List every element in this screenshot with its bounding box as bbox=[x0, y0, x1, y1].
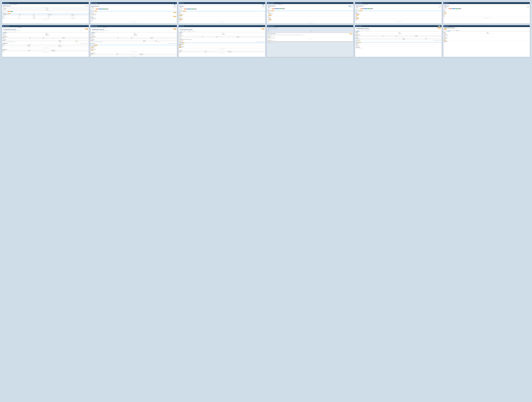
row-checkbox[interactable] bbox=[3, 18, 3, 19]
clear-4[interactable]: Clear all bbox=[271, 8, 272, 9]
file-link-b6[interactable]: CHW Certificates bbox=[445, 35, 448, 36]
c4-actions-2[interactable]: Actions ▼ bbox=[268, 19, 272, 20]
tab-cert-b5[interactable]: Certification Info bbox=[360, 30, 364, 31]
form-link-b2[interactable]: Certified Community Health Worker (CHW) … bbox=[91, 42, 103, 42]
emb-search-b1[interactable]: Search to Add bbox=[83, 43, 86, 44]
c6-act-1[interactable]: Actions ▼ bbox=[444, 13, 446, 14]
card-actions-2[interactable]: Actions ▼ bbox=[173, 16, 176, 17]
menu-icon-4[interactable]: ≡ bbox=[352, 3, 353, 4]
col-certnum[interactable]: CERTIFICATE NUMBER ↑ bbox=[47, 14, 71, 15]
bc5-2[interactable]: CHW Certif... bbox=[361, 4, 364, 5]
card4-check-2[interactable] bbox=[268, 17, 268, 17]
emb-fac-b2-1[interactable]: Medical center A bbox=[92, 46, 95, 46]
row-checkbox[interactable] bbox=[3, 17, 3, 17]
col-state[interactable]: STATE ↑ bbox=[33, 14, 47, 15]
clear-5[interactable]: Clear all bbox=[359, 8, 360, 9]
actions-btn-2[interactable]: Actions bbox=[95, 11, 97, 12]
icon-b5-1[interactable]: □ bbox=[438, 26, 439, 27]
cc-actions-1[interactable]: Actions ▼ bbox=[179, 15, 182, 16]
form-act-b6[interactable]: Actions ▼ bbox=[444, 40, 446, 41]
form-link-b1[interactable]: Certified Community Health Worker (CHW) … bbox=[3, 42, 15, 42]
menu-icon-b2[interactable]: ≡ bbox=[176, 26, 176, 27]
tab-prev-b3[interactable]: Previous Accreditation bbox=[187, 31, 192, 32]
card-actions-1[interactable]: Actions ▼ bbox=[173, 12, 176, 13]
bcb2-2[interactable]: CHW Certif... bbox=[97, 27, 99, 28]
menu-icon[interactable]: ≡ bbox=[88, 3, 88, 4]
card-cert-link-1[interactable]: 00482-20-A bbox=[95, 14, 96, 14]
c5-act-1[interactable]: Actions ▼ bbox=[356, 15, 359, 15]
row-firstname-link[interactable]: Ezekiel bbox=[4, 18, 5, 19]
det-act-btn-b5[interactable]: Actions ▼ bbox=[437, 27, 441, 28]
tag-certified[interactable]: Certified bbox=[10, 11, 13, 12]
icon-b[interactable]: B bbox=[175, 4, 176, 5]
emb-viewall-b1[interactable]: View All bbox=[87, 43, 88, 44]
tag-5-states[interactable]: All States bbox=[361, 8, 363, 9]
tag-3-states[interactable]: All States bbox=[184, 9, 187, 9]
clear-6[interactable]: Clear all bbox=[447, 8, 449, 9]
bc4-1[interactable]: Reporting & Submissions bbox=[268, 4, 272, 5]
tab-cert-b3[interactable]: Certification Info bbox=[183, 31, 187, 32]
tab-prev-b5[interactable]: Previous Accreditation bbox=[364, 30, 369, 31]
emb-view-b5[interactable]: View All bbox=[440, 40, 441, 41]
emb-create-b1[interactable]: Create Record bbox=[80, 43, 83, 44]
list-view-icon[interactable]: ☰ bbox=[87, 6, 88, 6]
emb-search-b5[interactable]: Search to Add bbox=[437, 40, 439, 41]
row-firstname-link[interactable]: Mae bbox=[4, 16, 5, 16]
list-icon-2[interactable]: ☰ bbox=[175, 6, 176, 7]
bcb3-1[interactable]: Reporting & S... bbox=[179, 27, 182, 28]
det-act-btn-b2[interactable]: Actions bbox=[173, 29, 176, 30]
emb-fac-b3-2[interactable]: Clinic B bbox=[180, 46, 181, 46]
menu-icon-b5[interactable]: ≡ bbox=[440, 26, 441, 27]
row-certnum-link[interactable]: R-1244 bbox=[48, 17, 49, 17]
bcb1-2[interactable]: CHW Certificant Model bbox=[8, 27, 13, 28]
cert-dropdown-b6[interactable]: Certification only ▼ bbox=[455, 30, 459, 31]
emb-create-b3[interactable]: Create Record bbox=[256, 42, 259, 42]
tag-date-2[interactable]: 12/31/2022 bbox=[105, 9, 108, 9]
emb-fac-b3-1[interactable]: Medical center A bbox=[180, 43, 183, 44]
c5-cert-1[interactable]: 00482-20-A bbox=[357, 13, 359, 14]
cc-actions-2[interactable]: Actions ▼ bbox=[179, 19, 182, 20]
icon-a[interactable]: A bbox=[174, 4, 175, 5]
emb-search-b3[interactable]: Search to Add bbox=[260, 42, 262, 42]
tag-5-cert[interactable]: Certified bbox=[367, 8, 370, 9]
bc-link-2[interactable]: CHW Certif... bbox=[97, 4, 99, 5]
det-act-btn-b3[interactable]: Actions ▼ bbox=[261, 29, 265, 30]
exp-to-input[interactable] bbox=[46, 10, 87, 11]
list-5[interactable]: ☰ bbox=[439, 6, 440, 6]
row-firstname-link[interactable]: Kevin bbox=[4, 17, 5, 17]
card-cert-link-2[interactable]: R-1244 bbox=[95, 18, 96, 18]
cc-cert-1[interactable]: ... bbox=[182, 13, 182, 14]
emb-act-btn-b2[interactable]: Actions ▼ bbox=[95, 45, 97, 45]
clear-link-1[interactable]: ✕ bbox=[88, 10, 88, 10]
actions-btn-3[interactable]: Actions ▼ bbox=[183, 11, 186, 12]
menu-icon-b1[interactable]: ≡ bbox=[88, 26, 88, 27]
tab-personal-b1[interactable]: Personal Info bbox=[3, 31, 7, 33]
tab-prev-b6[interactable]: Previous Accreditation bbox=[451, 30, 455, 31]
search-input[interactable] bbox=[3, 8, 45, 9]
tab-prev-b2[interactable]: Previous Accreditation bbox=[99, 31, 105, 33]
create-btn-4[interactable]: Create bbox=[349, 6, 350, 6]
tab-prev-b1[interactable]: Previous Accreditation bbox=[11, 31, 17, 33]
actions-button-1[interactable]: Actions bbox=[8, 13, 10, 14]
bc3-icon-b[interactable]: B bbox=[264, 4, 265, 5]
tag-virus-2[interactable]: Virus Awareness bbox=[99, 9, 102, 9]
tag-6-virus[interactable]: Virus Awareness bbox=[451, 8, 456, 9]
filters-btn-3[interactable]: ⚙ Filters bbox=[179, 7, 182, 8]
tag-6-cert[interactable]: Certified bbox=[456, 8, 458, 9]
cc-name-3[interactable]: Ezekiel bbox=[179, 21, 265, 21]
menu-icon-3[interactable]: ≡ bbox=[264, 3, 264, 4]
bc3-icon-a[interactable]: A bbox=[263, 4, 263, 5]
filters-btn-4[interactable]: ⚙ Filters bbox=[268, 7, 271, 8]
tab-cert-b2[interactable]: Certification Info bbox=[95, 31, 99, 33]
emb-act-b5[interactable]: Actions ▼ bbox=[358, 42, 361, 43]
menu-icon-b6[interactable]: ≡ bbox=[529, 26, 529, 27]
emb-act-item-b3-1[interactable]: Actions ▼ bbox=[179, 45, 181, 45]
tag-4-virus[interactable]: Virus Awareness bbox=[275, 8, 279, 9]
tag-5-virus[interactable]: Virus Awareness bbox=[363, 8, 367, 9]
actions-btn-4[interactable]: Actions ▼ bbox=[271, 10, 274, 11]
chevron-down-icon[interactable]: ▼ bbox=[176, 7, 176, 8]
tab-cert-b6[interactable]: Certification Info bbox=[447, 30, 451, 31]
bc-link-1[interactable]: Reporting & Submissions bbox=[91, 4, 96, 5]
emb-item-act-b2-2[interactable]: Actions ▼ bbox=[91, 50, 94, 51]
icon-b5-2[interactable]: ↗ bbox=[439, 26, 440, 27]
